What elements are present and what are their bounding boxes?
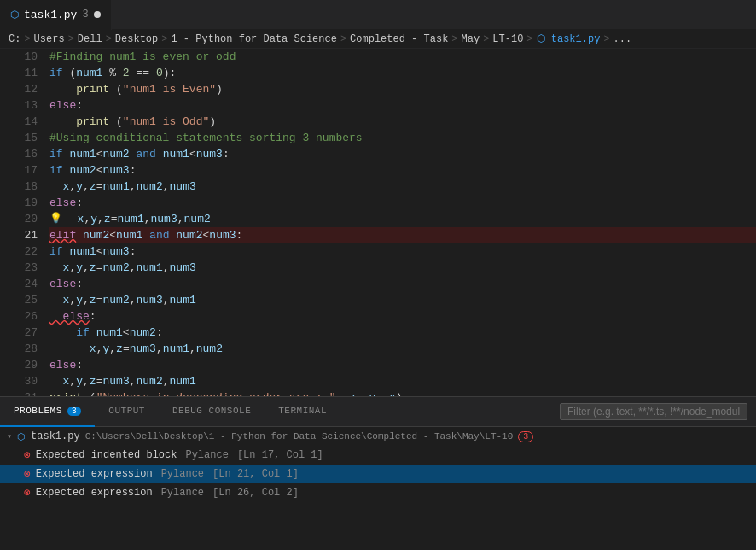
- token: ,: [144, 211, 151, 227]
- token: "Numbers in descending order are : ": [96, 389, 336, 396]
- line-number: 14: [7, 114, 38, 130]
- line-number: 20: [7, 211, 38, 227]
- code-line: if num1<num2:: [49, 325, 756, 341]
- tab-output[interactable]: OUTPUT: [95, 397, 159, 427]
- problem-item[interactable]: ⊗ Expected indented block Pylance [Ln 17…: [0, 446, 756, 465]
- token: num3: [170, 178, 196, 195]
- problem-item[interactable]: ⊗ Expected expression Pylance [Ln 21, Co…: [0, 465, 756, 483]
- code-line: if num2<num3:: [49, 162, 756, 178]
- token: num1: [102, 178, 129, 195]
- problem-file-name: task1.py: [31, 430, 80, 442]
- line-number: 21: [7, 227, 38, 243]
- code-line: else:: [49, 195, 756, 211]
- token: z: [104, 211, 111, 227]
- line-number: 10: [7, 49, 38, 65]
- token: [49, 373, 63, 389]
- tab-task1[interactable]: ⬡ task1.py 3: [0, 0, 112, 30]
- token: [49, 325, 76, 341]
- line-number: 31: [7, 389, 38, 396]
- problem-item[interactable]: ⊗ Expected expression Pylance [Ln 26, Co…: [0, 483, 756, 502]
- token: ,: [130, 373, 137, 389]
- token: y: [102, 341, 109, 357]
- token: if: [49, 146, 69, 162]
- code-line: #Using conditional statements sorting 3 …: [49, 130, 756, 146]
- token: [49, 260, 63, 276]
- token: x: [78, 211, 84, 227]
- code-area[interactable]: #Finding num1 is even or oddif (num1 % 2…: [44, 49, 756, 396]
- token: ,: [83, 292, 90, 308]
- token: num2: [137, 178, 163, 195]
- token: ,: [109, 341, 116, 357]
- code-line: x,y,z=num2,num3,num1: [49, 292, 756, 308]
- panel-tabs: PROBLEMS 3 OUTPUT DEBUG CONSOLE TERMINAL: [0, 397, 756, 427]
- line-number: 28: [7, 341, 38, 357]
- token: ,: [177, 211, 184, 227]
- token: if: [49, 243, 69, 260]
- token: [49, 178, 63, 195]
- problem-location: [Ln 21, Col 1]: [212, 468, 299, 480]
- token: num2: [102, 292, 129, 308]
- token: num2: [184, 211, 211, 227]
- token: num3: [170, 260, 196, 276]
- code-line: print ("num1 is Odd"): [49, 114, 756, 130]
- token: ,: [69, 373, 76, 389]
- token: z: [90, 260, 96, 276]
- filter-input[interactable]: [560, 403, 747, 420]
- token: (: [69, 65, 76, 81]
- token: ,: [130, 292, 137, 308]
- problem-location: [Ln 26, Col 2]: [212, 487, 299, 499]
- token: y: [76, 260, 83, 276]
- problem-message: Expected expression: [36, 468, 153, 480]
- token: %: [102, 65, 122, 81]
- token: [76, 227, 83, 243]
- token: :: [130, 243, 137, 260]
- token: :: [76, 276, 83, 292]
- token: num2: [102, 260, 129, 276]
- token: num3: [102, 243, 129, 260]
- line-number: 16: [7, 146, 38, 162]
- token: <: [189, 146, 196, 162]
- expand-arrow-icon: ▾: [7, 431, 12, 442]
- tab-problems[interactable]: PROBLEMS 3: [0, 397, 95, 427]
- tab-terminal[interactable]: TERMINAL: [265, 397, 340, 427]
- token: y: [76, 178, 83, 195]
- line-number: 18: [7, 178, 38, 195]
- problem-group[interactable]: ▾ ⬡ task1.py C:\Users\Dell\Desktop\1 - P…: [0, 427, 756, 446]
- token: ): [216, 81, 223, 97]
- token: <: [123, 325, 130, 341]
- token: <: [96, 243, 103, 260]
- token: ,: [163, 292, 170, 308]
- token: [130, 146, 137, 162]
- token: "num1 is Odd": [123, 114, 209, 130]
- breadcrumb: C: > Users > Dell > Desktop > 1 - Python…: [0, 30, 756, 49]
- token: <: [96, 146, 103, 162]
- problem-source: Pylance: [185, 449, 228, 461]
- lightbulb-icon[interactable]: 💡: [49, 211, 62, 227]
- token: num1: [163, 341, 189, 357]
- token: else: [49, 276, 76, 292]
- token: ,: [69, 260, 76, 276]
- line-number: 19: [7, 195, 38, 211]
- token: y: [369, 389, 376, 396]
- python-file-icon: ⬡: [10, 9, 19, 21]
- line-number: 27: [7, 325, 38, 341]
- token: ,: [356, 389, 369, 396]
- token: num1: [163, 146, 189, 162]
- token: [49, 114, 76, 130]
- code-line: print ("num1 is Even"): [49, 81, 756, 97]
- token: ,: [163, 178, 170, 195]
- token: :: [76, 357, 83, 373]
- tab-debug-console[interactable]: DEBUG CONSOLE: [159, 397, 265, 427]
- token: ,: [83, 178, 90, 195]
- token: num1: [116, 227, 142, 243]
- code-line: x,y,z=num1,num2,num3: [49, 178, 756, 195]
- token: :: [76, 195, 83, 211]
- line-number: 26: [7, 308, 38, 325]
- line-number: 13: [7, 97, 38, 114]
- token: ):: [163, 65, 177, 81]
- tab-label: task1.py: [24, 9, 77, 21]
- problems-badge: 3: [67, 407, 82, 416]
- editor: 1011121314151617181920212223242526272829…: [0, 49, 756, 396]
- token: ,: [97, 211, 104, 227]
- code-line: else:: [49, 357, 756, 373]
